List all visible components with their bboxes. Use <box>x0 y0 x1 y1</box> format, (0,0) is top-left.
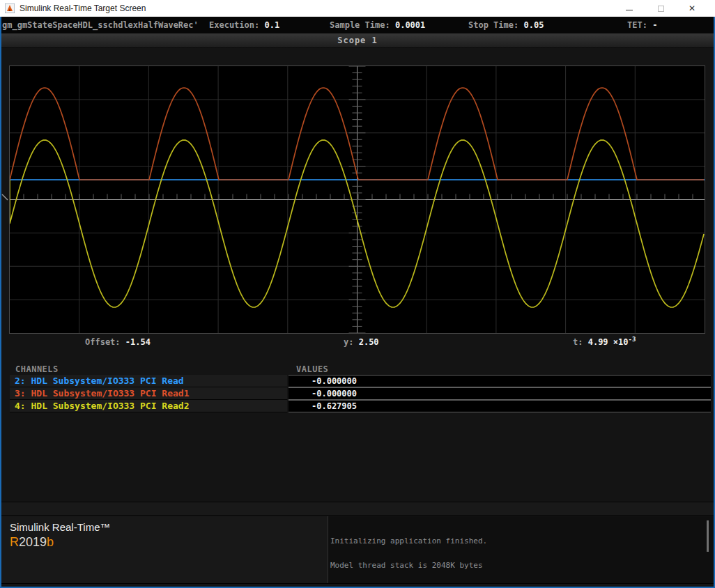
window-title: Simulink Real-Time Target Screen <box>20 3 146 13</box>
y-cursor-readout: y: 2.50 <box>344 337 379 348</box>
scope-title-bar[interactable]: Scope 1 <box>0 33 715 48</box>
close-icon: ✕ <box>689 4 695 13</box>
minimize-icon <box>626 10 633 10</box>
model-name: gm_gmStateSpaceHDL_sschdlexHalfWaveRec' <box>2 17 199 33</box>
values-column-header: VALUES <box>296 364 328 374</box>
release-label: R2019b <box>10 535 54 550</box>
t-cursor-readout: t: 4.99 ×10-3 <box>573 337 636 348</box>
title-bar: Simulink Real-Time Target Screen ✕ <box>0 0 715 17</box>
maximize-icon <box>658 6 664 12</box>
scope-waveform-canvas <box>10 66 705 333</box>
footer-panel: Simulink Real-Time™ R2019b Initializing … <box>1 516 714 583</box>
stop-time: Stop Time: 0.05 <box>468 17 544 33</box>
footer-divider <box>328 516 328 583</box>
channel-value: -0.000000 <box>289 375 711 387</box>
channels-table: 2: HDL Subsystem/IO333 PCI Read -0.00000… <box>10 375 711 412</box>
system-log: Initializing application finished. Model… <box>330 520 700 588</box>
scope-plot-area[interactable] <box>9 65 705 334</box>
log-line: Initializing application finished. <box>330 537 700 546</box>
maximize-button[interactable] <box>649 0 672 17</box>
channel-row-2[interactable]: 2: HDL Subsystem/IO333 PCI Read -0.00000… <box>10 375 711 387</box>
log-line: Model thread stack is 2048K bytes <box>330 562 700 570</box>
channel-value: -0.000000 <box>289 387 711 400</box>
log-scrollbar[interactable] <box>707 520 709 552</box>
close-button[interactable]: ✕ <box>680 0 704 17</box>
channel-row-4[interactable]: 4: HDL Subsystem/IO333 PCI Read2 -0.6279… <box>10 400 711 412</box>
channel-value: -0.627905 <box>289 400 711 412</box>
tet-readout: TET: - <box>627 17 657 33</box>
separator-strip <box>1 502 714 516</box>
channel-row-3[interactable]: 3: HDL Subsystem/IO333 PCI Read1 -0.0000… <box>10 387 711 400</box>
channel-name[interactable]: 2: HDL Subsystem/IO333 PCI Read <box>10 375 287 387</box>
minimize-button[interactable] <box>617 0 641 17</box>
footer-bottom-line <box>1 583 714 584</box>
offset-readout: Offset: -1.54 <box>85 337 151 348</box>
simulink-app-icon <box>5 3 15 13</box>
simulink-realtime-logo: Simulink Real-Time™ <box>10 521 110 533</box>
channel-name[interactable]: 4: HDL Subsystem/IO333 PCI Read2 <box>10 400 287 412</box>
execution-time: Execution: 0.1 <box>209 17 279 33</box>
channel-name[interactable]: 3: HDL Subsystem/IO333 PCI Read1 <box>10 387 287 400</box>
channels-column-header: CHANNELS <box>15 364 59 374</box>
sample-time: Sample Time: 0.0001 <box>330 17 425 33</box>
trace-position-marker-icon[interactable] <box>1 194 9 201</box>
target-status-bar: gm_gmStateSpaceHDL_sschdlexHalfWaveRec' … <box>0 17 715 33</box>
simulink-target-screen-window: Simulink Real-Time Target Screen ✕ gm_gm… <box>0 0 715 588</box>
